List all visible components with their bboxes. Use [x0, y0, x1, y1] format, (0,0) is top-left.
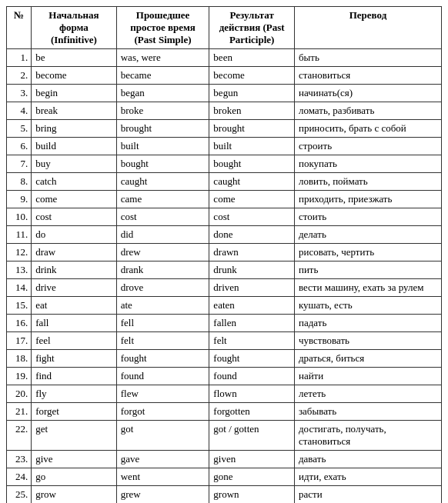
cell-infinitive: fly	[32, 385, 117, 403]
cell-translation: лететь	[294, 385, 441, 403]
cell-translation: приносить, брать с собой	[294, 120, 441, 138]
cell-translation: приходить, приезжать	[294, 191, 441, 208]
cell-translation: расти	[294, 486, 441, 504]
cell-num: 19.	[7, 368, 32, 385]
cell-num: 11.	[7, 226, 32, 244]
cell-translation: падать	[294, 315, 441, 332]
cell-past-simple: found	[116, 368, 209, 385]
header-num: №	[7, 7, 32, 49]
cell-past-simple: drew	[116, 244, 209, 261]
cell-past-participle: come	[209, 191, 295, 208]
cell-translation: чувствовать	[294, 332, 441, 350]
table-row: 3.beginbeganbegunначинать(ся)	[7, 85, 442, 102]
cell-infinitive: feel	[32, 332, 117, 350]
table-row: 10.costcostcostстоить	[7, 208, 442, 226]
cell-infinitive: buy	[32, 155, 117, 173]
cell-infinitive: drive	[32, 279, 117, 297]
cell-num: 17.	[7, 332, 32, 350]
cell-past-simple: bought	[116, 155, 209, 173]
cell-num: 23.	[7, 451, 32, 468]
cell-past-participle: driven	[209, 279, 295, 297]
table-row: 17.feelfeltfeltчувствовать	[7, 332, 442, 350]
cell-past-participle: caught	[209, 173, 295, 191]
table-row: 1.bewas, werebeenбыть	[7, 49, 442, 67]
cell-translation: драться, биться	[294, 350, 441, 368]
cell-past-simple: drank	[116, 261, 209, 279]
cell-past-simple: did	[116, 226, 209, 244]
cell-past-participle: bought	[209, 155, 295, 173]
cell-num: 8.	[7, 173, 32, 191]
cell-translation: идти, ехать	[294, 468, 441, 486]
cell-infinitive: eat	[32, 297, 117, 315]
cell-num: 2.	[7, 67, 32, 85]
cell-past-simple: was, were	[116, 49, 209, 67]
cell-past-simple: felt	[116, 332, 209, 350]
table-row: 20.flyflewflownлететь	[7, 385, 442, 403]
cell-infinitive: do	[32, 226, 117, 244]
cell-num: 16.	[7, 315, 32, 332]
cell-past-participle: grown	[209, 486, 295, 504]
header-infinitive: Начальная форма (Infinitive)	[32, 7, 117, 49]
cell-num: 20.	[7, 385, 32, 403]
table-row: 23.givegavegivenдавать	[7, 451, 442, 468]
cell-past-participle: felt	[209, 332, 295, 350]
cell-num: 25.	[7, 486, 32, 504]
cell-infinitive: drink	[32, 261, 117, 279]
cell-past-participle: gone	[209, 468, 295, 486]
cell-past-simple: brought	[116, 120, 209, 138]
table-row: 6.buildbuiltbuiltстроить	[7, 138, 442, 155]
cell-num: 5.	[7, 120, 32, 138]
cell-past-simple: gave	[116, 451, 209, 468]
cell-infinitive: build	[32, 138, 117, 155]
cell-past-participle: drunk	[209, 261, 295, 279]
cell-past-simple: broke	[116, 102, 209, 120]
cell-infinitive: draw	[32, 244, 117, 261]
header-translation: Перевод	[294, 7, 441, 49]
cell-translation: становиться	[294, 67, 441, 85]
cell-infinitive: break	[32, 102, 117, 120]
cell-past-participle: brought	[209, 120, 295, 138]
cell-infinitive: fight	[32, 350, 117, 368]
cell-translation: стоить	[294, 208, 441, 226]
cell-num: 1.	[7, 49, 32, 67]
cell-past-participle: forgotten	[209, 403, 295, 421]
header-past-participle: Результат действия (Past Participle)	[209, 7, 295, 49]
irregular-verbs-table: № Начальная форма (Infinitive) Прошедшее…	[6, 6, 442, 503]
header-past-simple: Прошедшее простое время (Past Simple)	[116, 7, 209, 49]
cell-translation: строить	[294, 138, 441, 155]
cell-past-simple: fought	[116, 350, 209, 368]
cell-past-participle: found	[209, 368, 295, 385]
cell-past-participle: got / gotten	[209, 421, 295, 451]
cell-infinitive: give	[32, 451, 117, 468]
cell-past-participle: fought	[209, 350, 295, 368]
cell-num: 10.	[7, 208, 32, 226]
table-row: 25.growgrewgrownрасти	[7, 486, 442, 504]
cell-translation: покупать	[294, 155, 441, 173]
cell-num: 18.	[7, 350, 32, 368]
cell-past-participle: been	[209, 49, 295, 67]
cell-past-simple: ate	[116, 297, 209, 315]
cell-past-participle: fallen	[209, 315, 295, 332]
cell-translation: достигать, получать, становиться	[294, 421, 441, 451]
cell-infinitive: get	[32, 421, 117, 451]
cell-past-simple: fell	[116, 315, 209, 332]
cell-translation: пить	[294, 261, 441, 279]
cell-past-simple: flew	[116, 385, 209, 403]
cell-translation: ломать, разбивать	[294, 102, 441, 120]
cell-infinitive: fall	[32, 315, 117, 332]
table-row: 12.drawdrewdrawnрисовать, чертить	[7, 244, 442, 261]
cell-past-simple: went	[116, 468, 209, 486]
cell-infinitive: begin	[32, 85, 117, 102]
cell-num: 4.	[7, 102, 32, 120]
cell-num: 14.	[7, 279, 32, 297]
cell-past-simple: got	[116, 421, 209, 451]
cell-translation: кушать, есть	[294, 297, 441, 315]
table-row: 4.breakbrokebrokenломать, разбивать	[7, 102, 442, 120]
table-row: 22.getgotgot / gottenдостигать, получать…	[7, 421, 442, 451]
table-row: 9.comecamecomeприходить, приезжать	[7, 191, 442, 208]
cell-num: 22.	[7, 421, 32, 451]
cell-infinitive: catch	[32, 173, 117, 191]
table-row: 14.drivedrovedrivenвести машину, ехать з…	[7, 279, 442, 297]
cell-num: 12.	[7, 244, 32, 261]
cell-translation: давать	[294, 451, 441, 468]
